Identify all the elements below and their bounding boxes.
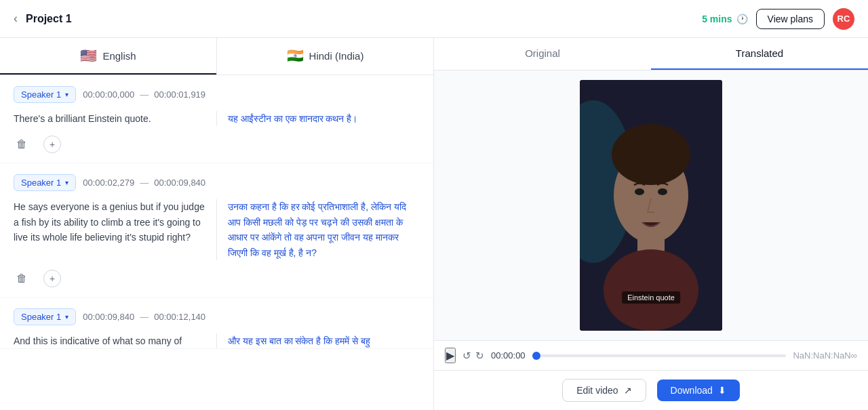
tab-translated[interactable]: Translated [651, 38, 868, 70]
svg-point-7 [658, 188, 667, 195]
header-right: 5 mins 🕐 View plans RC [702, 8, 854, 30]
time-start-1: 00:00:00,000 [83, 89, 134, 100]
segment-1-actions: 🗑 + [14, 126, 420, 163]
header-left: ‹ Project 1 [14, 12, 72, 26]
avatar: RC [833, 8, 854, 30]
fast-forward-icon[interactable]: ↻ [475, 350, 484, 362]
video-area: Einstein quote [434, 70, 868, 340]
plus-icon-2: + [43, 270, 61, 287]
svg-point-6 [635, 188, 644, 195]
video-thumbnail: Einstein quote [580, 80, 722, 331]
plus-icon: + [43, 136, 61, 153]
tab-original[interactable]: Original [434, 38, 651, 70]
language-tabs: 🇺🇸 English 🇮🇳 Hindi (India) [0, 38, 433, 75]
progress-track[interactable] [532, 354, 787, 357]
speaker-1-label: Speaker 1 [21, 89, 61, 100]
tab-english-label: English [102, 50, 136, 62]
speaker-2-button[interactable]: Speaker 1 ▾ [14, 174, 76, 191]
time-current: 00:00:00 [491, 350, 526, 361]
svg-point-3 [612, 124, 690, 185]
download-button[interactable]: Download ⬇ [657, 380, 740, 401]
control-icons: ↺ ↻ [462, 350, 484, 362]
tab-translated-label: Translated [736, 47, 783, 59]
mins-value: 5 mins [702, 14, 732, 24]
external-link-icon: ↗ [624, 385, 632, 396]
delete-segment-2-button[interactable]: 🗑 [14, 267, 30, 290]
segment-3-time: 00:00:09,840 — 00:00:12,140 [83, 312, 205, 322]
svg-point-5 [604, 249, 698, 331]
tab-hindi-label: Hindi (India) [309, 50, 364, 62]
segment-2-content: He says everyone is a genius but if you … [14, 199, 420, 260]
segment-1-header: Speaker 1 ▾ 00:00:00,000 — 00:00:01,919 [14, 86, 420, 103]
time-end-2: 00:00:09,840 [154, 178, 205, 188]
action-bar: Edit video ↗ Download ⬇ [434, 370, 868, 410]
tab-hindi[interactable]: 🇮🇳 Hindi (India) [217, 38, 433, 75]
add-segment-1-button[interactable]: + [41, 133, 64, 156]
time-separator-1: — [140, 89, 149, 100]
tab-original-label: Original [525, 47, 560, 59]
view-plans-button[interactable]: View plans [756, 9, 825, 29]
back-button[interactable]: ‹ [14, 12, 18, 26]
video-caption: Einstein quote [622, 291, 680, 304]
chevron-down-icon-2: ▾ [65, 179, 68, 186]
rewind-icon[interactable]: ↺ [462, 350, 471, 362]
playback-bar: ▶ ↺ ↻ 00:00:00 NaN:NaN:NaN∞ [434, 340, 868, 370]
chevron-down-icon-3: ▾ [65, 313, 68, 321]
video-tabs: Original Translated [434, 38, 868, 70]
time-end-display: NaN:NaN:NaN∞ [793, 350, 857, 361]
segment-3: Speaker 1 ▾ 00:00:09,840 — 00:00:12,140 … [0, 298, 433, 349]
tab-english[interactable]: 🇺🇸 English [0, 38, 216, 75]
segment-3-hi: और यह इस बात का संकेत है कि हममें से बहु [217, 333, 420, 348]
time-separator-3: — [140, 312, 149, 322]
speaker-3-label: Speaker 1 [21, 312, 61, 322]
chevron-down-icon: ▾ [65, 91, 68, 98]
speaker-3-button[interactable]: Speaker 1 ▾ [14, 308, 76, 325]
segment-2: Speaker 1 ▾ 00:00:02,279 — 00:00:09,840 … [0, 163, 433, 298]
segments-container: Speaker 1 ▾ 00:00:00,000 — 00:00:01,919 … [0, 75, 433, 410]
left-panel: 🇺🇸 English 🇮🇳 Hindi (India) Speaker 1 ▾ [0, 38, 434, 410]
delete-segment-1-button[interactable]: 🗑 [14, 133, 30, 156]
segment-1-hi: यह आईंस्टीन का एक शानदार कथन है। [217, 111, 420, 126]
add-segment-2-button[interactable]: + [41, 267, 64, 290]
time-end-3: 00:00:12,140 [154, 312, 205, 322]
video-frame: Einstein quote [580, 80, 722, 331]
segment-3-header: Speaker 1 ▾ 00:00:09,840 — 00:00:12,140 [14, 308, 420, 325]
main-content: 🇺🇸 English 🇮🇳 Hindi (India) Speaker 1 ▾ [0, 38, 868, 410]
segment-2-en: He says everyone is a genius but if you … [14, 199, 217, 260]
play-button[interactable]: ▶ [445, 348, 456, 363]
download-label: Download [671, 385, 713, 396]
speaker-1-button[interactable]: Speaker 1 ▾ [14, 86, 76, 103]
time-start-2: 00:00:02,279 [83, 178, 134, 188]
segment-1-content: There's a brilliant Einstein quote. यह आ… [14, 111, 420, 126]
trash-icon-2: 🗑 [16, 272, 27, 284]
clock-icon: 🕐 [736, 14, 748, 24]
time-start-3: 00:00:09,840 [83, 312, 134, 322]
speaker-2-label: Speaker 1 [21, 178, 61, 188]
segment-1: Speaker 1 ▾ 00:00:00,000 — 00:00:01,919 … [0, 75, 433, 163]
trash-icon: 🗑 [16, 138, 27, 150]
segment-2-header: Speaker 1 ▾ 00:00:02,279 — 00:00:09,840 [14, 174, 420, 191]
segment-2-hi: उनका कहना है कि हर कोई प्रतिभाशाली है, ल… [217, 199, 420, 260]
mins-badge: 5 mins 🕐 [702, 14, 747, 24]
edit-video-button[interactable]: Edit video ↗ [562, 379, 646, 402]
time-end-1: 00:00:01,919 [154, 89, 205, 100]
segment-3-content: And this is indicative of what so many o… [14, 333, 420, 348]
app-header: ‹ Project 1 5 mins 🕐 View plans RC [0, 0, 868, 38]
flag-hindi: 🇮🇳 [287, 47, 304, 64]
progress-indicator [532, 352, 540, 360]
download-icon: ⬇ [718, 385, 726, 396]
flag-english: 🇺🇸 [80, 47, 97, 64]
segment-1-time: 00:00:00,000 — 00:00:01,919 [83, 89, 205, 100]
segment-3-en: And this is indicative of what so many o… [14, 333, 217, 348]
right-panel: Original Translated [434, 38, 868, 410]
segment-2-actions: 🗑 + [14, 260, 420, 297]
segment-2-time: 00:00:02,279 — 00:00:09,840 [83, 178, 205, 188]
project-title: Project 1 [26, 13, 72, 25]
time-separator-2: — [140, 178, 149, 188]
segment-1-en: There's a brilliant Einstein quote. [14, 111, 217, 126]
video-container: Einstein quote [580, 80, 722, 331]
edit-video-label: Edit video [576, 385, 618, 396]
